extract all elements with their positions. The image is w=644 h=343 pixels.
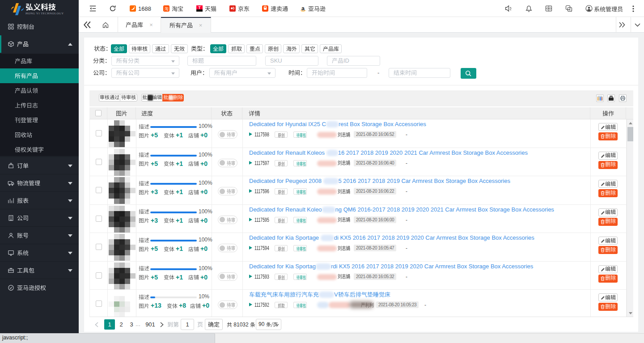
svg-text:a: a bbox=[301, 5, 305, 12]
svg-text:T: T bbox=[198, 5, 201, 10]
